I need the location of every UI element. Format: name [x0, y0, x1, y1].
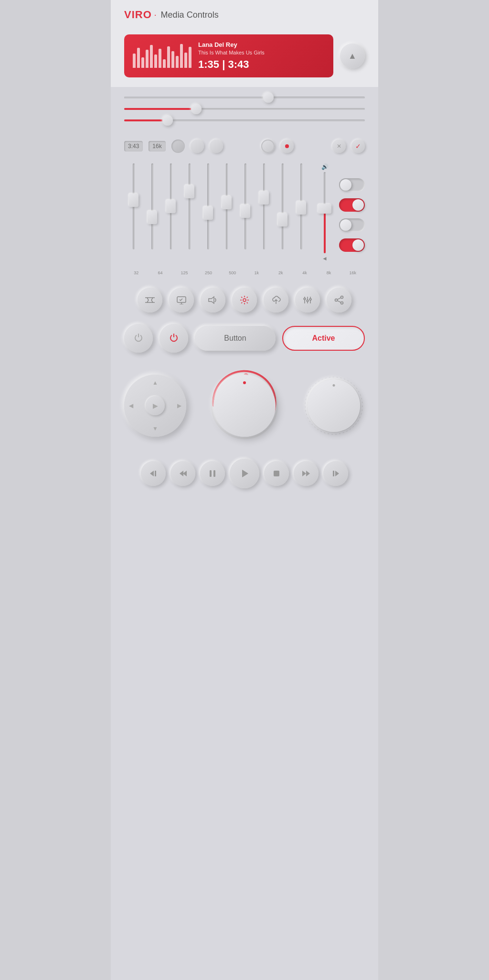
eq-bar	[159, 49, 161, 68]
eq-band-64	[143, 163, 161, 249]
now-playing-section: Lana Del Rey This Is What Makes Us Girls…	[111, 29, 378, 87]
main-knob-container	[196, 370, 293, 442]
volume-button[interactable]	[201, 288, 225, 312]
toggle-knob-1	[340, 179, 351, 191]
toggle-4[interactable]	[339, 238, 365, 252]
header: VIRO • Media Controls	[111, 0, 378, 29]
dial[interactable]	[308, 379, 360, 432]
volume-icon: 🔊	[321, 163, 329, 170]
eq-bar	[154, 54, 157, 68]
toggle-knob-3	[340, 219, 351, 231]
eq-bar	[133, 54, 136, 68]
eq-label-4k: 4k	[293, 270, 317, 275]
nav-play-center[interactable]: ▶	[146, 396, 165, 415]
mixer-button[interactable]	[295, 288, 320, 312]
equalizer-visual	[133, 44, 191, 68]
svg-line-15	[337, 298, 340, 300]
toggle-1[interactable]	[339, 178, 365, 192]
now-playing-panel: Lana Del Rey This Is What Makes Us Girls…	[124, 34, 333, 77]
svg-marker-30	[306, 471, 310, 476]
record-active[interactable]	[280, 140, 294, 153]
svg-marker-21	[150, 471, 154, 476]
skip-back-button[interactable]	[141, 461, 166, 486]
controls-row: 3:43 16k ✕ ✓	[111, 136, 378, 159]
brand-dot: •	[155, 13, 156, 17]
record-inactive[interactable]	[261, 140, 275, 153]
normal-button[interactable]: Button	[195, 326, 276, 351]
nav-left-icon[interactable]: ◀	[129, 402, 133, 409]
settings-button[interactable]	[232, 288, 257, 312]
radio-btn-1[interactable]	[171, 140, 185, 153]
radio-btn-2[interactable]	[191, 140, 204, 153]
svg-marker-23	[180, 471, 183, 476]
rewind-button[interactable]	[170, 461, 195, 486]
eq-label-500: 500	[221, 270, 244, 275]
volume-fader[interactable]: 🔊 ◄	[315, 163, 334, 262]
svg-point-13	[335, 299, 338, 302]
eq-bar	[137, 48, 140, 68]
svg-line-16	[337, 301, 340, 302]
eq-band-250	[180, 163, 199, 249]
svg-point-14	[341, 302, 343, 304]
screen-button[interactable]	[169, 288, 194, 312]
time-badge: 3:43	[124, 141, 143, 151]
eq-bar	[150, 45, 153, 68]
eq-band-500	[199, 163, 217, 249]
eject-button[interactable]: ▲	[340, 43, 365, 68]
track-info: Lana Del Rey This Is What Makes Us Girls…	[198, 41, 325, 71]
volume-min-icon: ◄	[322, 255, 328, 262]
nav-up-icon[interactable]: ▲	[152, 379, 158, 386]
cloud-upload-button[interactable]	[264, 288, 288, 312]
slider-3[interactable]	[124, 119, 365, 121]
fast-forward-button[interactable]	[294, 461, 319, 486]
quality-badge: 16k	[149, 141, 165, 151]
svg-marker-31	[335, 471, 339, 476]
dial-container	[303, 375, 365, 437]
svg-marker-27	[242, 470, 248, 477]
toggle-knob-2	[352, 199, 364, 211]
eq-band-32	[124, 163, 143, 249]
track-time: 1:35 | 3:43	[198, 58, 325, 71]
nav-right-icon[interactable]: ▶	[177, 402, 181, 409]
cancel-button[interactable]: ✕	[332, 140, 346, 153]
svg-marker-3	[209, 297, 214, 303]
nav-pad[interactable]: ▲ ▼ ◀ ▶ ▶	[124, 375, 186, 437]
main-knob[interactable]	[213, 375, 276, 437]
page-title: Media Controls	[161, 10, 219, 20]
eq-label-2k: 2k	[268, 270, 292, 275]
power-button-active[interactable]	[159, 324, 188, 353]
slider-2[interactable]	[124, 108, 365, 110]
radio-btn-3[interactable]	[210, 140, 223, 153]
active-button[interactable]: Active	[282, 326, 365, 351]
track-song: This Is What Makes Us Girls	[198, 50, 325, 55]
stop-button[interactable]	[264, 461, 289, 486]
eq-bar	[163, 59, 166, 68]
big-controls-section: ▲ ▼ ◀ ▶ ▶	[111, 360, 378, 449]
share-button[interactable]	[327, 288, 351, 312]
svg-rect-11	[309, 299, 311, 300]
skip-forward-button[interactable]	[323, 461, 348, 486]
eq-faders-grid	[124, 163, 310, 249]
toggle-2[interactable]	[339, 198, 365, 212]
eq-faders	[124, 163, 310, 262]
toggle-3[interactable]	[339, 218, 365, 232]
nav-down-icon[interactable]: ▼	[152, 425, 158, 432]
power-button-inactive[interactable]	[124, 324, 153, 353]
eq-band-8k	[273, 163, 292, 249]
svg-rect-26	[213, 470, 215, 477]
transport-row	[111, 449, 378, 503]
svg-rect-22	[155, 471, 156, 476]
shuffle-button[interactable]	[138, 288, 162, 312]
eq-label-1k: 1k	[244, 270, 268, 275]
svg-rect-32	[333, 471, 334, 476]
svg-point-12	[341, 296, 343, 299]
eq-band-1k	[217, 163, 236, 249]
power-button-row: Button Active	[111, 317, 378, 360]
pause-button[interactable]	[200, 461, 225, 486]
play-button[interactable]	[230, 459, 259, 488]
eq-label-125: 125	[172, 270, 196, 275]
slider-1[interactable]	[124, 97, 365, 98]
confirm-button[interactable]: ✓	[351, 140, 365, 153]
svg-marker-24	[183, 471, 187, 476]
toggle-knob-4	[352, 239, 364, 251]
